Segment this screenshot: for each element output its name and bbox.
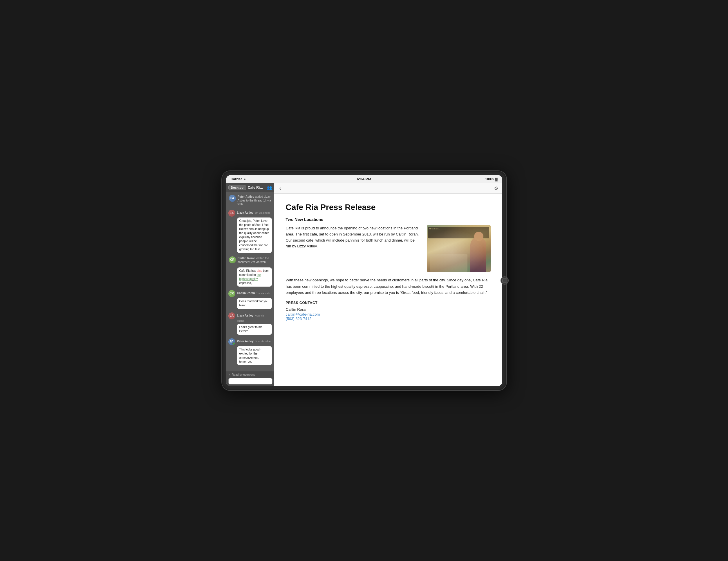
document-panel: ‹ ⚙ Cafe Ria Press Release Two New Locat…	[274, 183, 502, 386]
avatar-caitlin-roran-1: CR	[229, 256, 236, 263]
time-peter-1: Now via tablet	[255, 340, 271, 343]
sidebar-title: Cafe Ria Press...	[248, 185, 265, 190]
system-message-1: PA Peter Astley added Lizzy Astley to th…	[226, 194, 274, 207]
author-caitlin-1: Caitlin Roran	[237, 292, 255, 295]
home-button[interactable]	[501, 276, 509, 285]
avatar-peter-astley-2: PA	[228, 338, 235, 345]
read-by-status: ✓ Read by everyone	[228, 373, 272, 376]
underline-text: the highest quality	[239, 273, 261, 280]
author-peter-1: Peter Astley	[237, 340, 254, 343]
home-btn-inner	[502, 278, 507, 283]
bubble-peter-1: This looks good - excited for the announ…	[237, 346, 272, 365]
bubble-edit-preview: Cafe Ria has also been committed to the …	[237, 267, 272, 287]
message-input-row: Send	[228, 378, 272, 385]
main-content: Desktop Cafe Ria Press... 👥 PA Peter Ast…	[226, 183, 502, 386]
doc-toolbar: ‹ ⚙	[274, 183, 502, 194]
message-lizzy-2: LA Lizzy Astley Now via phone Looks grea…	[226, 311, 274, 336]
sidebar-header: Desktop Cafe Ria Press... 👥	[226, 183, 274, 192]
settings-button[interactable]: ⚙	[494, 185, 498, 191]
press-contact-label: PRESS CONTACT	[286, 301, 491, 305]
message-lizzy-1: LA Lizzy Astley 3m via phone Great job, …	[226, 208, 274, 254]
author-lizzy-2: Lizzy Astley	[237, 314, 254, 317]
doc-content[interactable]: Cafe Ria Press Release Two New Locations…	[274, 194, 502, 386]
time-display: 6:34 PM	[357, 177, 371, 181]
time-lizzy-1: 3m via phone	[255, 211, 270, 214]
strikethrough-text: also	[257, 269, 262, 272]
ipad-frame: Carrier ≈ 6:34 PM 100% ▓ Desktop Cafe Ri…	[222, 171, 506, 390]
time-caitlin-1: 1m via web	[256, 292, 270, 295]
doc-paragraph-1: Cafe Ria is proud to announce the openin…	[286, 225, 421, 272]
back-button[interactable]: ‹	[278, 185, 283, 192]
people-icon[interactable]: 👥	[267, 185, 272, 190]
bubble-caitlin-1: Does that work for you two?	[237, 298, 272, 309]
battery-label: 100%	[485, 177, 494, 181]
contact-name: Caitlin Roran	[286, 307, 491, 312]
avatar-caitlin-roran-2: CR	[228, 290, 235, 297]
desktop-button[interactable]: Desktop	[228, 185, 246, 190]
system-message-2: CR Caitlin Roran edited the document 2m …	[226, 255, 274, 265]
status-right: 100% ▓	[485, 177, 498, 181]
author-lizzy-1: Lizzy Astley	[237, 211, 254, 214]
scroll-indicator	[252, 279, 254, 282]
doc-image: Menu items...	[427, 225, 491, 272]
sidebar: Desktop Cafe Ria Press... 👥 PA Peter Ast…	[226, 183, 274, 386]
battery-icon: ▓	[495, 177, 497, 181]
message-caitlin-1: CR Caitlin Roran 1m via web Does that wo…	[226, 289, 274, 310]
status-bar: Carrier ≈ 6:34 PM 100% ▓	[226, 175, 502, 183]
avatar-lizzy-astley-2: LA	[228, 313, 235, 320]
doc-paragraph-2: With these new openings, we hope to bett…	[286, 277, 491, 296]
doc-subtitle: Two New Locations	[286, 217, 491, 222]
carrier-label: Carrier	[231, 177, 242, 181]
bubble-lizzy-2: Looks great to me. Peter?	[237, 324, 272, 335]
doc-body-row: Cafe Ria is proud to announce the openin…	[286, 225, 491, 272]
edit-preview: Cafe Ria has also been committed to the …	[226, 266, 274, 288]
sidebar-footer: ✓ Read by everyone Send	[226, 371, 274, 386]
avatar-peter-astley-1: PA	[229, 195, 236, 202]
doc-title: Cafe Ria Press Release	[286, 202, 491, 212]
checkmark-icon: ✓	[228, 373, 231, 376]
avatar-lizzy-astley-1: LA	[228, 210, 235, 216]
bubble-lizzy-1: Great job, Peter. Love the photo of Sue.…	[237, 217, 272, 253]
contact-phone[interactable]: (503) 823-7412	[286, 317, 491, 321]
contact-email[interactable]: caitlin@cafe-ria.com	[286, 312, 491, 317]
status-left: Carrier ≈	[231, 177, 245, 181]
message-peter-1: PA Peter Astley Now via tablet This look…	[226, 337, 274, 367]
ipad-screen: Carrier ≈ 6:34 PM 100% ▓ Desktop Cafe Ri…	[226, 175, 502, 386]
wifi-icon: ≈	[244, 177, 245, 181]
message-input[interactable]	[228, 378, 272, 385]
sidebar-messages[interactable]: PA Peter Astley added Lizzy Astley to th…	[226, 192, 274, 371]
